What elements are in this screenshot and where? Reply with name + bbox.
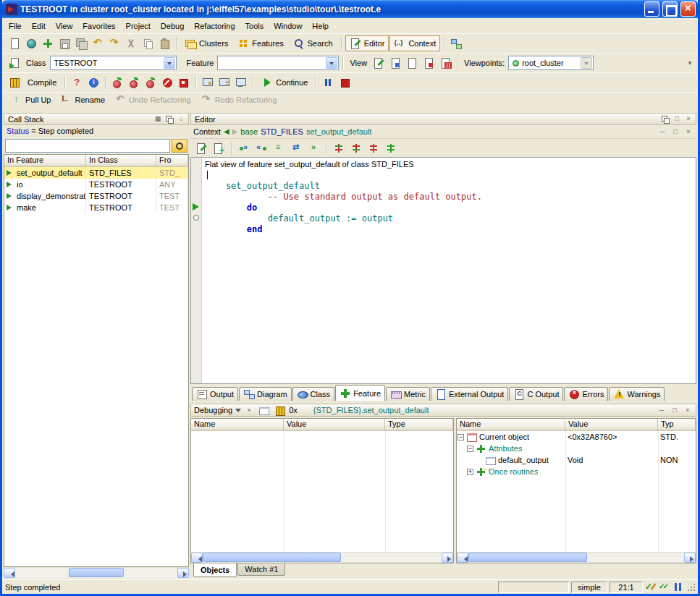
scroll-track[interactable] [203,553,442,563]
tab-warnings[interactable]: Warnings [609,387,665,401]
scroll-right-icon[interactable] [442,553,453,563]
implementers-button[interactable] [305,140,321,156]
tab-diagram[interactable]: Diagram [239,387,292,401]
code-content[interactable]: Flat view of feature set_output_default … [202,158,696,383]
resize-grip[interactable] [686,582,696,593]
run-no-stop-button[interactable] [126,74,142,90]
console-button[interactable] [273,404,286,416]
save-all-button[interactable] [73,35,89,51]
maximize-pane-icon[interactable]: □ [672,114,682,124]
tab-c-output[interactable]: C Output [509,387,563,401]
menu-item-window[interactable]: Window [269,20,307,32]
chevron-down-icon[interactable] [326,57,337,69]
clusters-button[interactable]: Clusters [180,35,232,51]
save-stack-icon[interactable]: ▦ [153,114,163,124]
menu-item-file[interactable]: File [4,20,27,32]
redo-refactoring-button[interactable]: Redo Refactoring [196,92,282,108]
float-pane-icon[interactable] [660,114,670,124]
column-header-type[interactable]: Typ [658,419,696,431]
column-header-name[interactable]: Name [457,419,565,431]
view-modified-button[interactable] [387,55,403,71]
close-pane-icon[interactable]: × [683,114,693,124]
assigners-button[interactable] [271,140,287,156]
column-header-in-feature[interactable]: In Feature [4,155,86,167]
assignees-button[interactable] [288,140,304,156]
toolbar-overflow-icon[interactable]: ▾ [685,59,695,68]
history-forward-icon[interactable]: ▶ [232,128,238,135]
step-into-button[interactable] [200,74,216,90]
save-button[interactable] [56,35,72,51]
pause-button[interactable] [320,74,336,90]
run-ignore-button[interactable] [143,74,159,90]
tab-metric[interactable]: Metric [386,387,430,401]
tree-expander[interactable]: + [467,469,473,475]
menu-item-favorites[interactable]: Favorites [77,20,120,32]
stack-depth-input[interactable] [5,139,170,153]
undo-refactoring-button[interactable]: Undo Refactoring [110,92,195,108]
object-tree-row[interactable]: default_outputVoidNON [457,454,696,466]
ignore-breakpoints-button[interactable] [176,74,192,90]
menu-item-project[interactable]: Project [121,20,156,32]
redo-button[interactable] [106,35,122,51]
view-editor-button[interactable] [371,55,387,71]
chevron-down-icon[interactable] [164,57,175,69]
close-button[interactable] [680,1,696,17]
call-stack-row[interactable]: makeTESTROOTTEST [4,202,188,213]
compile-button[interactable]: Compile [23,74,61,90]
scroll-left-icon[interactable] [4,568,15,578]
maximize-button[interactable] [662,1,678,17]
column-header-from[interactable]: Fro [156,155,188,167]
editor-toggle-button[interactable]: Editor [345,35,389,51]
scroll-track[interactable] [468,553,684,563]
callees-button[interactable] [253,140,269,156]
view-contract-button[interactable] [421,55,437,71]
open-button[interactable] [23,35,39,51]
menu-item-refactoring[interactable]: Refactoring [189,20,240,32]
diagram-tool-button[interactable] [448,35,464,51]
tab-feature[interactable]: Feature [335,385,385,401]
callers-button[interactable] [236,140,252,156]
ancestors-button[interactable] [331,140,347,156]
object-tree-row[interactable]: −Attributes [457,443,696,454]
editor-gutter[interactable] [191,158,202,383]
scroll-left-icon[interactable] [191,553,203,563]
menu-item-tools[interactable]: Tools [240,20,269,32]
tab-output[interactable]: Output [192,387,238,401]
breadcrumb-class[interactable]: STD_FILES [261,127,303,136]
call-stack-row[interactable]: display_demonstrat...TESTROOTTEST [4,190,188,202]
run-button[interactable] [109,74,125,90]
tree-expander[interactable]: − [457,434,464,440]
column-header-in-class[interactable]: In Class [86,155,156,167]
class-combobox[interactable]: TESTROOT [50,56,177,70]
objects-grid-hscrollbar[interactable] [457,552,696,563]
minimize-pane-icon[interactable]: ─ [657,406,667,415]
menu-item-help[interactable]: Help [307,20,334,32]
edit-feature-button[interactable] [193,140,209,156]
search-button[interactable]: Search [289,35,337,51]
menu-item-debug[interactable]: Debug [156,20,189,32]
scroll-thumb[interactable] [69,568,124,577]
tab-external-output[interactable]: External Output [431,387,508,401]
scroll-thumb[interactable] [203,553,341,562]
close-view-icon[interactable]: × [244,406,254,415]
chevron-down-icon[interactable] [235,409,241,415]
scroll-right-icon[interactable] [684,553,696,563]
tab-watch-1[interactable]: Watch #1 [237,563,285,576]
tab-errors[interactable]: Errors [564,387,608,401]
new-feature-button[interactable] [211,140,227,156]
clients-button[interactable] [366,140,381,156]
column-header-type[interactable]: Type [385,419,453,431]
maximize-pane-icon[interactable]: □ [670,127,680,137]
tab-objects[interactable]: Objects [193,563,237,577]
suppliers-button[interactable] [383,140,399,156]
column-header-name[interactable]: Name [191,419,284,431]
scroll-left-icon[interactable] [457,553,468,563]
view-interface-button[interactable] [437,55,453,71]
stack-options-button[interactable] [172,139,187,153]
melt-button[interactable] [7,74,22,90]
step-over-button[interactable] [216,74,232,90]
hex-toggle[interactable]: 0x [289,406,298,414]
view-plain-button[interactable] [404,55,420,71]
tree-expander[interactable]: − [467,446,473,452]
column-header-value[interactable]: Value [284,419,385,431]
